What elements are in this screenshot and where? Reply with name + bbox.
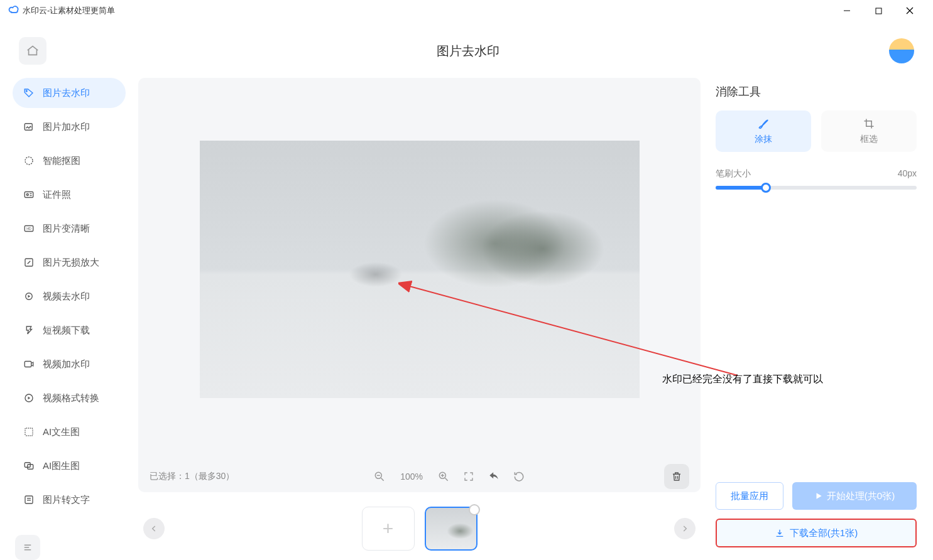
start-process-button[interactable]: 开始处理(共0张) (792, 482, 917, 510)
thumbnail-strip: + (138, 497, 701, 560)
header-row: 图片去水印 (0, 21, 933, 78)
sidebar-item-add-watermark[interactable]: 图片加水印 (13, 112, 126, 142)
preview-image (200, 141, 640, 398)
tab-rect-label: 框选 (860, 134, 878, 145)
canvas-image-area[interactable] (138, 78, 701, 461)
canvas-toolbar: 已选择：1（最多30） 100% (138, 461, 701, 492)
thumb-checkbox[interactable] (469, 504, 480, 515)
download-icon (23, 324, 35, 337)
svg-rect-17 (25, 428, 33, 436)
tab-brush-label: 涂抹 (755, 134, 772, 145)
window-maximize-button[interactable] (863, 0, 894, 21)
right-panel-heading: 消除工具 (716, 84, 917, 99)
download-all-button[interactable]: 下载全部(共1张) (716, 519, 917, 547)
brush-size-label: 笔刷大小 (716, 168, 751, 180)
fullscreen-button[interactable] (462, 470, 476, 483)
sidebar-item-label: 图片去水印 (43, 87, 90, 99)
sidebar-item-label: AI图生图 (43, 460, 80, 472)
tag-icon (23, 87, 35, 99)
thumb-add-button[interactable]: + (362, 507, 415, 551)
app-title: 水印云-让素材处理更简单 (23, 5, 115, 16)
sidebar-item-label: 图片加水印 (43, 121, 90, 133)
svg-text:HD: HD (26, 227, 31, 230)
sidebar-collapse-button[interactable] (15, 535, 40, 560)
thumb-next-button[interactable] (674, 518, 696, 539)
sidebar-item-img2img[interactable]: AI图生图 (13, 451, 126, 481)
slider-handle[interactable] (761, 183, 771, 193)
window-close-button[interactable] (894, 0, 925, 21)
window-minimize-button[interactable] (831, 0, 863, 21)
reset-button[interactable] (512, 470, 526, 483)
avatar[interactable] (889, 38, 914, 63)
sidebar-item-video-convert[interactable]: 视频格式转换 (13, 383, 126, 413)
delete-button[interactable] (664, 464, 689, 489)
text-icon (23, 426, 35, 438)
sidebar-item-label: 短视频下载 (43, 325, 90, 337)
video-erase-icon (23, 290, 35, 303)
sidebar: 图片去水印 图片加水印 智能抠图 证件照 HD 图片变清晰 图片无损放大 视频去… (13, 78, 132, 560)
tab-rect[interactable]: 框选 (821, 110, 917, 152)
svg-rect-1 (876, 8, 881, 14)
sidebar-item-video-add-wm[interactable]: 视频加水印 (13, 349, 126, 379)
undo-button[interactable] (487, 470, 501, 483)
sidebar-item-cutout[interactable]: 智能抠图 (13, 146, 126, 176)
svg-rect-20 (25, 496, 33, 503)
expand-icon (23, 256, 35, 269)
sidebar-item-remove-watermark[interactable]: 图片去水印 (13, 78, 126, 108)
tab-brush[interactable]: 涂抹 (716, 110, 811, 152)
crop-icon (863, 117, 875, 130)
sidebar-item-label: 视频格式转换 (43, 392, 99, 404)
sidebar-item-label: 图片无损放大 (43, 257, 99, 269)
sidebar-item-video-remove-wm[interactable]: 视频去水印 (13, 281, 126, 311)
sidebar-item-label: 图片转文字 (43, 494, 90, 506)
image-plus-icon (23, 121, 35, 133)
sidebar-item-text2img[interactable]: AI文生图 (13, 417, 126, 447)
sidebar-item-label: 证件照 (43, 189, 71, 201)
brush-size-slider[interactable] (716, 186, 917, 190)
zoom-in-button[interactable] (437, 470, 450, 483)
titlebar: 水印云-让素材处理更简单 (0, 0, 933, 21)
convert-icon (23, 392, 35, 404)
video-plus-icon (23, 358, 35, 370)
sidebar-item-enhance[interactable]: HD 图片变清晰 (13, 213, 126, 244)
image-image-icon (23, 460, 35, 472)
zoom-percent: 100% (398, 471, 425, 482)
selection-count: 已选择：1（最多30） (150, 471, 234, 482)
brush-size-row: 笔刷大小 40px (716, 168, 917, 180)
zoom-out-button[interactable] (373, 470, 386, 483)
thumb-prev-button[interactable] (143, 518, 165, 539)
slider-fill (716, 186, 766, 190)
batch-apply-button[interactable]: 批量应用 (716, 482, 783, 510)
download-all-label: 下载全部(共1张) (790, 527, 858, 539)
right-panel: 消除工具 涂抹 框选 笔刷大小 40px 批量应用 (707, 78, 933, 560)
center-panel: 已选择：1（最多30） 100% + (132, 78, 707, 560)
home-button[interactable] (19, 37, 46, 65)
svg-rect-15 (25, 362, 31, 367)
sidebar-item-id-photo[interactable]: 证件照 (13, 180, 126, 210)
brush-size-value: 40px (898, 168, 917, 180)
ocr-icon (23, 493, 35, 506)
sidebar-item-ocr[interactable]: 图片转文字 (13, 485, 126, 515)
sidebar-item-label: AI文生图 (43, 426, 80, 438)
app-logo-icon (8, 4, 20, 17)
sidebar-item-label: 智能抠图 (43, 155, 80, 167)
canvas-area: 已选择：1（最多30） 100% (138, 78, 701, 492)
main-layout: 图片去水印 图片加水印 智能抠图 证件照 HD 图片变清晰 图片无损放大 视频去… (0, 78, 933, 560)
batch-apply-label: 批量应用 (731, 490, 768, 502)
svg-point-4 (26, 90, 27, 92)
annotation-text: 水印已经完全没有了直接下载就可以 (662, 373, 823, 386)
thumb-item[interactable] (425, 507, 477, 551)
sidebar-item-label: 图片变清晰 (43, 223, 90, 235)
brush-icon (757, 117, 770, 130)
sidebar-item-upscale[interactable]: 图片无损放大 (13, 247, 126, 277)
hd-icon: HD (23, 222, 35, 235)
svg-rect-7 (25, 192, 33, 198)
svg-line-30 (445, 478, 448, 481)
svg-point-6 (25, 157, 33, 164)
svg-point-8 (26, 194, 28, 196)
sidebar-item-label: 视频去水印 (43, 291, 90, 303)
start-process-label: 开始处理(共0张) (827, 490, 895, 502)
window-controls (831, 0, 925, 21)
tool-mode-tabs: 涂抹 框选 (716, 110, 917, 152)
sidebar-item-short-video-dl[interactable]: 短视频下载 (13, 315, 126, 345)
